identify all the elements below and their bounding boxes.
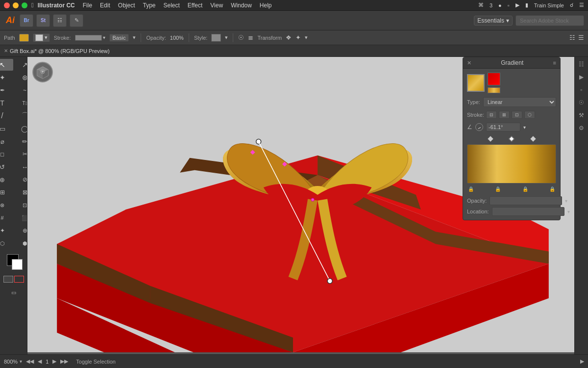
angle-dropdown-icon[interactable]: ▾ — [523, 125, 526, 130]
gradient-panel-close[interactable]: ✕ — [467, 60, 471, 66]
background-color-swatch[interactable] — [12, 259, 23, 270]
lock-icon-2[interactable]: 🔒 — [495, 186, 501, 192]
search-icon[interactable]: ☌ — [570, 2, 573, 8]
arc-tool[interactable]: ⌒ — [14, 110, 28, 122]
angle-dial[interactable] — [475, 123, 483, 131]
shear-tool[interactable]: ⊘ — [14, 174, 28, 185]
right-strip-btn-1[interactable]: ☷ — [576, 59, 587, 70]
fill-swatch[interactable] — [19, 34, 29, 42]
menu-type[interactable]: Type — [143, 2, 155, 9]
direct-selection-tool[interactable]: ↗ — [14, 59, 28, 71]
nav-last-btn[interactable]: ▶▶ — [60, 358, 68, 365]
play-btn[interactable]: ▶ — [580, 358, 584, 365]
gradient-stop-2[interactable] — [509, 136, 514, 141]
right-strip-btn-2[interactable]: ▶ — [576, 72, 587, 82]
menu-help[interactable]: Help — [260, 2, 272, 9]
minimize-button[interactable] — [13, 2, 19, 8]
pencil-tool[interactable]: ✏ — [14, 135, 28, 147]
rotate-tool[interactable]: ↺ — [0, 161, 13, 173]
text-tool[interactable]: T — [0, 97, 13, 109]
traffic-lights[interactable] — [4, 2, 27, 8]
tab-close-button[interactable]: ✕ — [4, 48, 8, 53]
eraser-tool[interactable]: ◻ — [0, 148, 13, 160]
bridge-btn[interactable]: Br — [20, 14, 33, 27]
stroke-dropdown[interactable]: ▾ — [33, 33, 50, 42]
gradient-panel-menu[interactable]: ≡ — [553, 60, 556, 66]
blend-tool[interactable]: ⬡ — [0, 237, 13, 249]
right-strip-btn-3[interactable]: ▫ — [576, 84, 587, 95]
menu-file[interactable]: File — [83, 2, 92, 9]
menu-object[interactable]: Object — [118, 2, 135, 9]
right-strip-btn-5[interactable]: ⚒ — [576, 110, 587, 121]
scissors-tool[interactable]: ✂ — [14, 148, 28, 160]
stroke-btn-2[interactable]: ⊠ — [499, 111, 510, 119]
maximize-button[interactable] — [22, 2, 27, 8]
transform-icon2[interactable]: ✦ — [295, 34, 301, 41]
panel-menu-icon[interactable]: ☰ — [578, 34, 584, 41]
fill-none-icon[interactable] — [3, 276, 13, 283]
live-paint-tool[interactable]: ⬢ — [14, 237, 28, 249]
mesh-tool[interactable]: # — [0, 212, 13, 224]
line-tool[interactable]: / — [0, 110, 13, 122]
lasso-tool[interactable]: ⊛ — [14, 72, 28, 83]
close-button[interactable] — [4, 2, 10, 8]
basic-btn[interactable]: Basic — [109, 34, 129, 42]
gradient-swatch-mini[interactable] — [488, 87, 500, 93]
pen-tool[interactable]: ✒ — [0, 84, 13, 96]
gradient-swatch-gold[interactable] — [467, 74, 485, 92]
ellipse-tool[interactable]: ◯ — [14, 123, 28, 134]
stroke-btn-4[interactable]: ⬡ — [524, 111, 535, 119]
width-tool[interactable]: ⊞ — [0, 186, 13, 198]
change-screen-mode[interactable]: ▭ — [3, 287, 24, 298]
lock-icon-1[interactable]: 🔒 — [468, 186, 474, 192]
align-icon[interactable]: ≣ — [248, 34, 253, 41]
magic-wand-tool[interactable]: ✦ — [0, 72, 13, 83]
globe-icon[interactable]: ☉ — [238, 34, 244, 41]
opacity-dropdown-icon[interactable]: ▾ — [565, 198, 567, 204]
pen-tool-btn[interactable]: ✎ — [70, 14, 83, 27]
reflect-tool[interactable]: ↔ — [14, 161, 28, 173]
search-input[interactable] — [515, 15, 584, 26]
eyedropper-tool[interactable]: ✦ — [0, 225, 13, 237]
scale-tool[interactable]: ⊕ — [0, 174, 13, 185]
panel-grid-icon[interactable]: ☷ — [569, 34, 575, 41]
zoom-dropdown-icon[interactable]: ▾ — [20, 359, 22, 364]
style-swatch[interactable] — [211, 34, 221, 42]
touch-type-tool[interactable]: T⃝ — [14, 97, 28, 109]
paint-brush-tool[interactable]: ⌀ — [0, 135, 13, 147]
gradient-type-select[interactable]: LinearRadial — [483, 97, 556, 107]
rect-tool[interactable]: ▭ — [0, 123, 13, 134]
shape-builder-tool[interactable]: ⊗ — [0, 199, 13, 211]
lock-icon-4[interactable]: 🔒 — [549, 186, 555, 192]
stroke-btn-1[interactable]: ⊟ — [486, 111, 497, 119]
gradient-opacity-input[interactable] — [490, 196, 562, 205]
nav-first-btn[interactable]: ◀◀ — [26, 358, 34, 365]
gradient-stop-1[interactable] — [488, 136, 493, 141]
gradient-tool[interactable]: ⬛ — [14, 212, 28, 224]
gradient-stop-3[interactable] — [530, 136, 536, 141]
gradient-location-input[interactable] — [492, 207, 564, 216]
essentials-btn[interactable]: Essentials ▾ — [474, 16, 513, 26]
menu-window[interactable]: Window — [231, 2, 252, 9]
stroke-none-icon[interactable] — [14, 276, 24, 283]
angle-input[interactable] — [486, 123, 520, 131]
location-dropdown-icon[interactable]: ▾ — [567, 209, 570, 214]
menu-icon[interactable]: ☰ — [579, 2, 584, 8]
measure-tool[interactable]: ⊕ — [14, 225, 28, 237]
lock-icon-3[interactable]: 🔒 — [522, 186, 528, 192]
curvature-tool[interactable]: ~ — [14, 84, 28, 96]
gradient-swatch-red[interactable] — [488, 73, 500, 85]
layout-btn[interactable]: ☷ — [53, 14, 67, 27]
menu-effect[interactable]: Effect — [188, 2, 202, 9]
nav-prev-btn[interactable]: ◀ — [38, 358, 42, 365]
perspective-tool[interactable]: ⊡ — [14, 199, 28, 211]
menu-view[interactable]: View — [210, 2, 223, 9]
menu-edit[interactable]: Edit — [100, 2, 110, 9]
menu-illustrator-cc[interactable]: Illustrator CC — [38, 2, 75, 9]
transform-icon1[interactable]: ❖ — [286, 34, 292, 41]
nav-next-btn[interactable]: ▶ — [52, 358, 56, 365]
gradient-preview-bar[interactable] — [467, 144, 556, 184]
right-strip-btn-4[interactable]: ☉ — [576, 97, 587, 108]
selection-tool[interactable]: ↖ — [0, 59, 13, 71]
right-strip-btn-6[interactable]: ⚙ — [576, 123, 587, 133]
